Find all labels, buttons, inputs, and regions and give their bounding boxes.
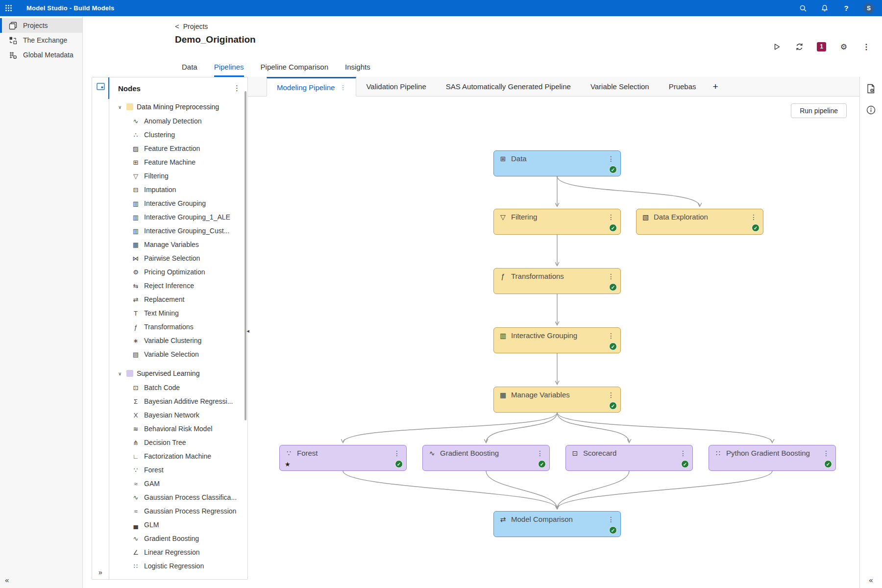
tab-pipelines[interactable]: Pipelines	[214, 63, 244, 77]
pipeline-tab-label: Validation Pipeline	[366, 82, 426, 91]
add-pipeline-button[interactable]: +	[706, 77, 725, 96]
node-item-glm[interactable]: ▄GLM	[109, 518, 247, 532]
tab-pipeline-comparison[interactable]: Pipeline Comparison	[261, 63, 328, 77]
pipeline-node-data[interactable]: ⊞Data⋮✓	[493, 150, 621, 176]
node-item-label: Feature Extraction	[144, 145, 200, 152]
pipeline-tab-validation-pipeline[interactable]: Validation Pipeline	[356, 77, 436, 96]
node-item-gradient-boosting[interactable]: ∿Gradient Boosting	[109, 532, 247, 545]
node-item-clustering[interactable]: ∴Clustering	[109, 128, 247, 142]
node-menu-kebab-icon[interactable]: ⋮	[606, 272, 616, 280]
node-item-factorization-machine[interactable]: ∟Factorization Machine	[109, 449, 247, 463]
panel-layout-toggle-icon[interactable]	[97, 83, 105, 90]
node-item-pairwise-selection[interactable]: ⋈Pairwise Selection	[109, 251, 247, 265]
node-item-interactive-grouping[interactable]: ▥Interactive Grouping	[109, 196, 247, 210]
node-menu-kebab-icon[interactable]: ⋮	[535, 449, 545, 457]
node-item-replacement[interactable]: ⇄Replacement	[109, 293, 247, 306]
node-item-reject-inference[interactable]: ⇆Reject Inference	[109, 279, 247, 293]
node-menu-kebab-icon[interactable]: ⋮	[606, 391, 616, 399]
pipeline-node-interactive-grouping[interactable]: ▥Interactive Grouping⋮✓	[493, 327, 621, 353]
pipeline-node-data-exploration[interactable]: ▧Data Exploration⋮✓	[636, 209, 763, 235]
pipeline-node-python-gradient-boosting[interactable]: ∷Python Gradient Boosting⋮✓	[709, 445, 836, 471]
pipeline-tab-sas-automatically-generated-pipeline[interactable]: SAS Automatically Generated Pipeline	[436, 77, 581, 96]
app-switcher-grid-icon[interactable]	[0, 4, 17, 12]
tab-insights[interactable]: Insights	[345, 63, 370, 77]
node-item-filtering[interactable]: ▽Filtering	[109, 169, 247, 183]
pipeline-node-manage-variables[interactable]: ▦Manage Variables⋮✓	[493, 387, 621, 413]
node-item-batch-code[interactable]: ⊡Batch Code	[109, 381, 247, 394]
pipeline-tab-modeling-pipeline[interactable]: Modeling Pipeline⋮	[267, 77, 356, 97]
run-project-play-icon[interactable]	[772, 42, 782, 51]
node-menu-kebab-icon[interactable]: ⋮	[606, 155, 616, 163]
node-item-bayesian-network[interactable]: XBayesian Network	[109, 408, 247, 422]
node-item-text-mining[interactable]: TText Mining	[109, 306, 247, 320]
node-category-data-mining-preprocessing[interactable]: ∨Data Mining Preprocessing	[109, 99, 247, 114]
exchange-icon	[9, 36, 17, 45]
node-item-label: Replacement	[144, 295, 185, 303]
pipeline-node-transformations[interactable]: ƒTransformations⋮✓	[493, 268, 621, 294]
node-item-interactive-grouping-cust-[interactable]: ▥Interactive Grouping_Cust...	[109, 224, 247, 238]
search-icon[interactable]	[799, 4, 808, 13]
node-item-logistic-regression[interactable]: ∷Logistic Regression	[109, 559, 247, 573]
help-icon[interactable]: ?	[842, 4, 851, 13]
node-menu-kebab-icon[interactable]: ⋮	[606, 213, 616, 221]
node-item-imputation[interactable]: ⊟Imputation	[109, 183, 247, 196]
pipeline-node-scorecard[interactable]: ⊡Scorecard⋮✓	[565, 445, 693, 471]
sidebar-collapse-chevron[interactable]: «	[5, 576, 9, 584]
node-item-decision-tree[interactable]: ⋔Decision Tree	[109, 436, 247, 449]
node-item-transformations[interactable]: ƒTransformations	[109, 320, 247, 334]
node-menu-kebab-icon[interactable]: ⋮	[392, 449, 402, 457]
node-item-feature-machine[interactable]: ⊞Feature Machine	[109, 155, 247, 169]
user-avatar[interactable]: S	[863, 3, 874, 14]
node-menu-kebab-icon[interactable]: ⋮	[606, 332, 616, 340]
node-item-variable-selection[interactable]: ▤Variable Selection	[109, 347, 247, 361]
node-item-bayesian-additive-regressi-[interactable]: ΣBayesian Additive Regressi...	[109, 394, 247, 408]
settings-gear-icon[interactable]: ⚙	[839, 42, 849, 51]
pipeline-node-filtering[interactable]: ▽Filtering⋮✓	[493, 209, 621, 235]
panel-expand-chevron[interactable]: »	[92, 568, 109, 576]
node-item-gaussian-process-classifica-[interactable]: ∿Gaussian Process Classifica...	[109, 490, 247, 504]
breadcrumb[interactable]: < Projects	[175, 22, 882, 30]
node-item-label: Filtering	[144, 172, 169, 180]
refresh-sync-icon[interactable]	[794, 42, 804, 51]
node-category-supervised-learning[interactable]: ∨Supervised Learning	[109, 366, 247, 381]
node-item-interactive-grouping-1-ale[interactable]: ▥Interactive Grouping_1_ALE	[109, 210, 247, 224]
tab-data[interactable]: Data	[182, 63, 197, 77]
more-options-kebab-icon[interactable]: ⋮	[861, 42, 871, 51]
node-menu-kebab-icon[interactable]: ⋮	[821, 449, 831, 457]
right-rail-collapse-chevron[interactable]: «	[860, 576, 882, 584]
pipeline-tab-variable-selection[interactable]: Variable Selection	[581, 77, 659, 96]
node-item-pricing-optimization[interactable]: ⚙Pricing Optimization	[109, 265, 247, 279]
node-item-gam[interactable]: ≈GAM	[109, 477, 247, 490]
pipeline-tab-menu-kebab-icon[interactable]: ⋮	[340, 84, 346, 91]
sidebar-item-projects[interactable]: Projects	[0, 18, 82, 33]
sidebar-item-the-exchange[interactable]: The Exchange	[0, 33, 82, 48]
node-item-feature-extraction[interactable]: ▨Feature Extraction	[109, 142, 247, 155]
node-item-forest[interactable]: ∵Forest	[109, 463, 247, 477]
pipeline-node-model-comparison[interactable]: ⇄Model Comparison⋮✓	[493, 511, 621, 537]
info-icon[interactable]	[866, 105, 876, 115]
pipeline-node-forest[interactable]: ∵Forest⋮★✓	[279, 445, 407, 471]
node-item-behavioral-risk-model[interactable]: ≋Behavioral Risk Model	[109, 422, 247, 436]
node-menu-kebab-icon[interactable]: ⋮	[606, 515, 616, 523]
node-item-anomaly-detection[interactable]: ∿Anomaly Detection	[109, 114, 247, 128]
run-pipeline-button[interactable]: Run pipeline	[791, 103, 847, 118]
node-menu-kebab-icon[interactable]: ⋮	[749, 213, 759, 221]
notification-count-badge[interactable]: 1	[817, 42, 826, 51]
node-label: Python Gradient Boosting	[726, 449, 810, 457]
nodes-panel-menu-kebab-icon[interactable]: ⋮	[231, 84, 243, 93]
node-item-variable-clustering[interactable]: ∗Variable Clustering	[109, 334, 247, 347]
node-item-linear-regression[interactable]: ∠Linear Regression	[109, 545, 247, 559]
pipeline-canvas[interactable]: Run pipeline ⊞Data⋮✓▽Filtering⋮✓▧Data Ex…	[248, 97, 859, 588]
pipeline-report-icon[interactable]	[866, 84, 876, 94]
sidebar-item-global-metadata[interactable]: 2Global Metadata	[0, 48, 82, 62]
pipeline-tab-pruebas[interactable]: Pruebas	[659, 77, 706, 96]
node-menu-kebab-icon[interactable]: ⋮	[678, 449, 688, 457]
notifications-bell-icon[interactable]	[820, 4, 829, 13]
logistic-regression-icon: ∷	[132, 563, 140, 570]
node-item-manage-variables[interactable]: ▦Manage Variables	[109, 238, 247, 251]
panel-resize-handle[interactable]: ◂	[245, 325, 251, 337]
global-metadata-icon: 2	[9, 51, 17, 59]
node-item-gaussian-process-regression[interactable]: ≈Gaussian Process Regression	[109, 504, 247, 518]
pipeline-node-gradient-boosting[interactable]: ∿Gradient Boosting⋮✓	[422, 445, 550, 471]
nodes-list-scrollbar[interactable]	[245, 91, 246, 420]
